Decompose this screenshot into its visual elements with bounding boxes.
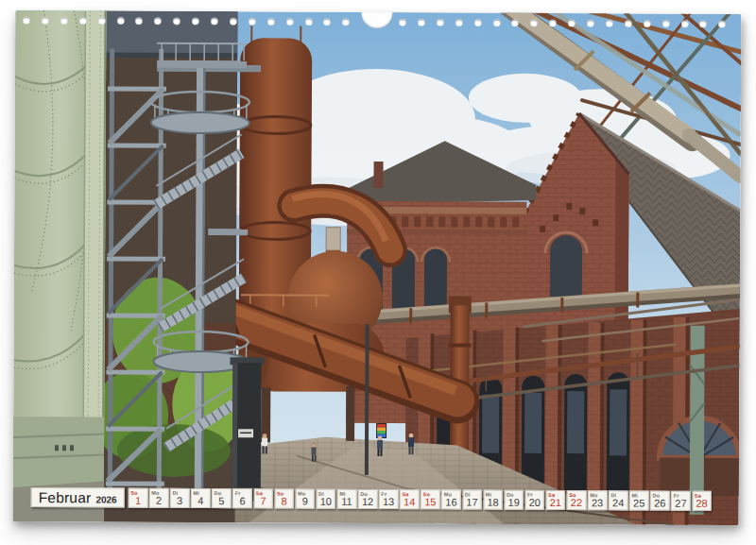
binding-hole (587, 20, 593, 26)
binding-hole (531, 20, 538, 26)
rainbow-sign (376, 423, 387, 438)
year-label: 2026 (95, 494, 116, 504)
binding-hole (174, 18, 180, 25)
day-cell: Mo2 (149, 488, 169, 508)
day-cell: Sa28 (692, 491, 712, 511)
day-number: 26 (651, 498, 669, 509)
day-number: 19 (505, 497, 523, 508)
binding-hole (42, 17, 48, 24)
day-number: 3 (171, 495, 189, 506)
gasometer-tank (13, 10, 107, 521)
day-cell: Fr6 (232, 488, 252, 508)
binding-hole (192, 18, 198, 25)
binding-hole (60, 17, 67, 24)
day-number: 23 (589, 497, 607, 508)
day-cell: Do26 (650, 491, 670, 511)
binding-hole (136, 18, 143, 25)
day-cell: So1 (129, 488, 148, 508)
day-number: 17 (463, 496, 481, 507)
day-number: 28 (693, 498, 711, 509)
binding-hole (343, 19, 350, 26)
binding-hole (286, 18, 293, 25)
day-cell: Mi25 (629, 490, 649, 510)
day-number: 24 (610, 497, 627, 508)
day-number: 5 (213, 495, 231, 506)
day-number: 7 (254, 495, 272, 506)
day-number: 13 (380, 496, 398, 507)
binding-hole (211, 18, 217, 25)
binding-hole (474, 20, 481, 26)
binding-hole (23, 17, 29, 24)
day-cell: Di10 (317, 489, 336, 509)
binding-hole (249, 18, 255, 25)
lamp-pole (365, 324, 369, 475)
binding-hole (117, 18, 124, 25)
binding-hole (305, 19, 312, 26)
day-number: 20 (525, 497, 543, 508)
day-row: So1Mo2Di3Mi4Do5Fr6Sa7So8Mo9Di10Mi11Do12F… (129, 488, 712, 511)
day-cell: So15 (421, 489, 440, 509)
day-number: 14 (401, 496, 419, 507)
day-cell: Di3 (170, 488, 190, 508)
calendar-photo (13, 10, 742, 525)
industrial-scene (13, 10, 742, 525)
binding-hole (625, 20, 631, 26)
day-number: 25 (630, 497, 648, 508)
day-cell: So8 (274, 488, 294, 508)
day-cell: Mi11 (337, 489, 357, 509)
day-number: 4 (192, 495, 210, 506)
binding-hole (455, 19, 462, 26)
binding-hole (568, 20, 575, 26)
day-cell: Mo23 (588, 490, 608, 510)
month-label: Februar (39, 488, 92, 507)
binding-hole (437, 19, 443, 26)
binding-hole (230, 18, 236, 25)
binding-hole (155, 18, 162, 25)
day-cell: Sa14 (400, 489, 420, 509)
day-cell: Mi4 (191, 488, 211, 508)
day-cell: Mi18 (483, 490, 503, 510)
binding-hole (98, 17, 105, 24)
day-number: 22 (568, 497, 586, 508)
day-cell: Fr20 (524, 490, 544, 510)
day-cell: Mo9 (295, 489, 315, 509)
day-cell: Do12 (358, 489, 378, 509)
day-number: 18 (484, 497, 502, 508)
day-number: 15 (421, 496, 439, 507)
binding-hole (719, 21, 726, 27)
day-number: 10 (318, 496, 335, 507)
day-number: 6 (233, 495, 251, 506)
binding-hole (681, 21, 688, 27)
binding-hole (399, 19, 405, 26)
binding-hole (267, 18, 274, 25)
day-number: 9 (296, 496, 314, 507)
day-cell: Do19 (504, 490, 524, 510)
calendar-page: Februar 2026 So1Mo2Di3Mi4Do5Fr6Sa7So8Mo9… (13, 10, 742, 525)
binding-hole (606, 20, 612, 26)
day-number: 12 (359, 496, 377, 507)
month-label-box: Februar 2026 (31, 487, 125, 508)
day-cell: Do5 (212, 488, 232, 508)
binding-hole (79, 17, 86, 24)
binding-hole (644, 20, 650, 26)
day-number: 27 (672, 498, 690, 509)
day-cell: Mo16 (441, 489, 461, 509)
binding-hole (512, 20, 519, 26)
binding-hole (700, 21, 707, 27)
day-number: 8 (275, 495, 293, 506)
day-cell: Di17 (462, 489, 482, 509)
day-cell: Di24 (609, 490, 628, 510)
day-cell: Fr27 (671, 491, 691, 511)
binding-hole (493, 20, 500, 26)
day-cell: Sa21 (546, 490, 566, 510)
day-cell: Sa7 (253, 488, 273, 508)
binding-hole (418, 19, 424, 26)
binding-hole (550, 20, 557, 26)
day-number: 11 (338, 496, 356, 507)
binding-hole (324, 19, 331, 26)
day-cell: So22 (567, 490, 587, 510)
day-cell: Fr13 (379, 489, 399, 509)
binding-hole (662, 21, 669, 27)
day-number: 16 (442, 496, 460, 507)
day-number: 1 (129, 495, 147, 506)
